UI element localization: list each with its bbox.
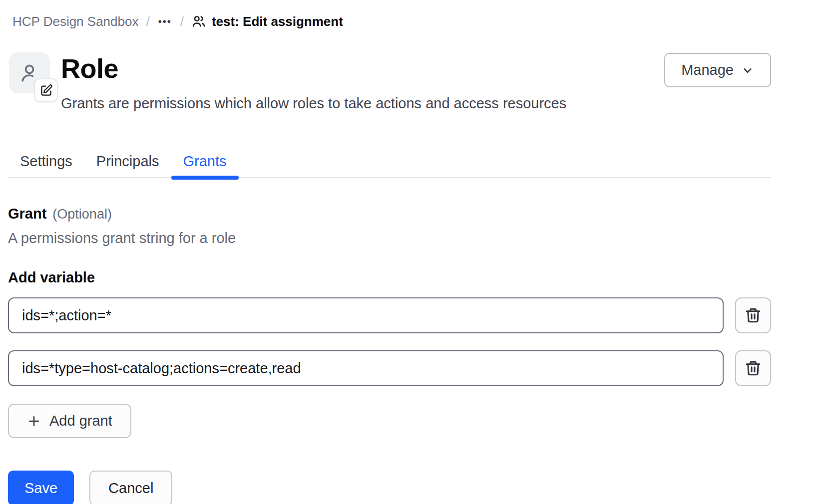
page-description: Grants are permissions which allow roles… (61, 96, 566, 111)
grant-field-label-row: Grant (Optional) (8, 206, 771, 222)
grant-row (8, 297, 771, 333)
breadcrumb-current: test: Edit assignment (191, 14, 343, 29)
grant-row (8, 350, 771, 386)
breadcrumb-current-label: test: Edit assignment (212, 14, 343, 29)
breadcrumb-root-link[interactable]: HCP Design Sandbox (12, 14, 138, 29)
role-grants-page: HCP Design Sandbox / ••• / test: Edit as… (0, 13, 835, 504)
role-avatar-wrap (9, 52, 50, 93)
tab-grants[interactable]: Grants (171, 145, 239, 177)
tab-bar: Settings Principals Grants (8, 145, 771, 178)
delete-grant-1-button[interactable] (735, 297, 771, 333)
grant-input-2[interactable] (8, 350, 724, 386)
manage-button-label: Manage (681, 62, 734, 78)
breadcrumb: HCP Design Sandbox / ••• / test: Edit as… (12, 13, 771, 29)
breadcrumb-separator: / (180, 14, 184, 29)
chevron-down-icon (741, 64, 754, 77)
form-actions: Save Cancel (8, 471, 771, 504)
grant-optional-tag: (Optional) (52, 207, 112, 222)
save-button[interactable]: Save (8, 471, 74, 504)
breadcrumb-separator: / (146, 14, 149, 29)
delete-grant-2-button[interactable] (735, 350, 771, 386)
plus-icon (27, 414, 41, 428)
trash-icon (744, 359, 762, 377)
add-variable-label: Add variable (8, 269, 771, 286)
tab-settings[interactable]: Settings (8, 145, 84, 177)
grant-helper-text: A permissions grant string for a role (8, 230, 771, 247)
breadcrumb-ellipsis-button[interactable]: ••• (157, 16, 173, 27)
page-title: Role (61, 54, 566, 82)
title-block: Role Grants are permissions which allow … (61, 52, 566, 111)
users-icon (191, 14, 206, 29)
tab-principals[interactable]: Principals (84, 145, 171, 177)
grant-input-1[interactable] (8, 297, 724, 333)
manage-button[interactable]: Manage (664, 53, 771, 87)
cancel-button[interactable]: Cancel (89, 471, 172, 504)
trash-icon (744, 306, 762, 324)
edit-icon (39, 84, 53, 97)
add-grant-button-label: Add grant (49, 413, 112, 429)
grant-field-label: Grant (8, 206, 46, 222)
add-grant-button[interactable]: Add grant (8, 404, 131, 438)
page-header: Role Grants are permissions which allow … (9, 52, 771, 111)
edit-avatar-button[interactable] (34, 78, 58, 102)
